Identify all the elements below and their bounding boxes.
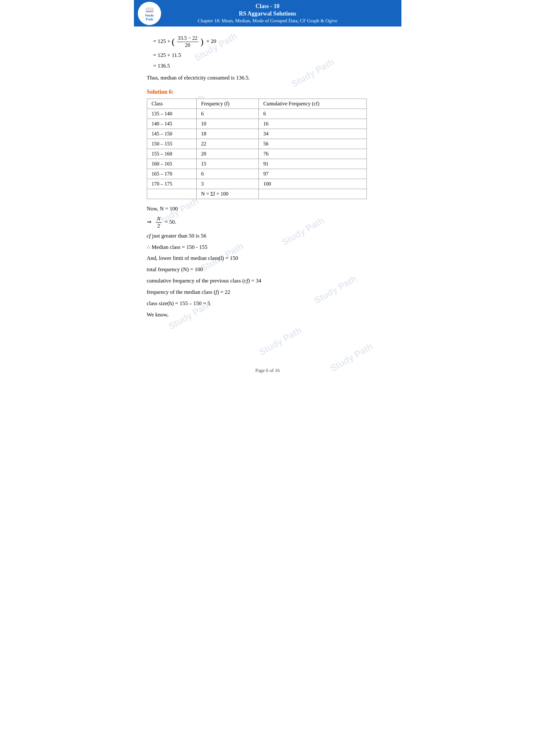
n2-num: N <box>156 216 161 223</box>
logo-study-text: Study <box>145 13 154 17</box>
table-cell-8-2 <box>259 189 366 199</box>
table-cell-5-0: 160 – 165 <box>147 159 196 169</box>
table-row: 150 – 1552256 <box>147 139 366 149</box>
n2-equals-text: = 50. <box>165 219 176 225</box>
table-cell-4-2: 76 <box>259 149 366 159</box>
table-row: 160 – 1651591 <box>147 159 366 169</box>
table-cell-3-1: 22 <box>196 139 259 149</box>
logo-path-text: Path <box>145 17 154 21</box>
arrow-symbol: ⇒ <box>147 219 152 225</box>
table-cell-1-2: 16 <box>259 119 366 129</box>
page-footer: Page 6 of 16 <box>134 368 401 373</box>
table-row: 170 – 1753100 <box>147 179 366 189</box>
header-class: Class - 10 <box>198 3 337 10</box>
header-text: Class - 10 RS Aggarwal Solutions Chapter… <box>198 3 337 24</box>
table-cell-0-0: 135 – 140 <box>147 109 196 119</box>
table-row: 140 – 1451016 <box>147 119 366 129</box>
therefore-symbol: ∴ <box>147 244 151 250</box>
cf-rest: just greater than 50 is 56 <box>152 233 206 239</box>
table-cell-7-2: 100 <box>259 179 366 189</box>
table-cell-1-1: 10 <box>196 119 259 129</box>
header-rs-label: RS Aggarwal Solutions <box>198 10 337 17</box>
table-row: 135 – 14066 <box>147 109 366 119</box>
eq1-text: = 125 + <box>153 38 170 44</box>
equation-line-3: = 136.5 <box>153 62 388 70</box>
table-cell-1-0: 140 – 145 <box>147 119 196 129</box>
header-chapter: Chapter 18: Mean, Median, Mode of Groupe… <box>198 18 337 24</box>
table-row: 155 – 1602076 <box>147 149 366 159</box>
table-cell-7-0: 170 – 175 <box>147 179 196 189</box>
fraction-denominator-1: 20 <box>184 42 191 49</box>
equation-line-2: = 125 + 11.5 <box>153 51 388 60</box>
table-cell-3-0: 150 – 155 <box>147 139 196 149</box>
logo-area: 📖 Study Path <box>136 0 163 26</box>
n2-line: ⇒ N 2 = 50. <box>147 216 388 230</box>
table-cell-8-0 <box>147 189 196 199</box>
fraction-numerator-1: 33.5 − 22 <box>177 35 199 42</box>
median-class-text: Median class = 150 - 155 <box>152 244 207 250</box>
times20-text: × 20 <box>205 38 216 44</box>
page-number: Page 6 of 16 <box>255 368 279 373</box>
table-row: 145 – 1501834 <box>147 129 366 139</box>
page-container: 📖 Study Path Class - 10 RS Aggarwal Solu… <box>134 0 401 378</box>
conclusion-text: Thus, median of electricity consumed is … <box>147 73 388 83</box>
fraction-1: 33.5 − 22 20 <box>177 35 199 49</box>
table-cell-8-1: N = Σf = 100 <box>196 189 259 199</box>
n2-fraction: N 2 <box>156 216 161 230</box>
table-cell-5-2: 91 <box>259 159 366 169</box>
table-cell-2-1: 18 <box>196 129 259 139</box>
we-know-line: We know, <box>147 310 388 320</box>
col-cf-header: Cumulative Frequency (cf) <box>259 99 366 109</box>
table-cell-0-2: 6 <box>259 109 366 119</box>
solution6-heading: Solution 6: <box>147 89 388 95</box>
page-header: 📖 Study Path Class - 10 RS Aggarwal Solu… <box>134 0 401 26</box>
table-header-row: Class Frequency (f) Cumulative Frequency… <box>147 99 366 109</box>
freq-median-line: frequency of the median class (f) = 22 <box>147 288 388 297</box>
cumulative-freq-line: cumulative frequency of the previous cla… <box>147 276 388 286</box>
table-row: N = Σf = 100 <box>147 189 366 199</box>
cf-italic: cf <box>147 233 151 239</box>
table-row: 165 – 170697 <box>147 169 366 179</box>
total-freq-line: total frequency (N) = 100 <box>147 265 388 274</box>
table-cell-2-2: 34 <box>259 129 366 139</box>
open-paren-1: ( <box>172 37 175 47</box>
cf-greater-line: cf just greater than 50 is 56 <box>147 231 388 241</box>
table-cell-2-0: 145 – 150 <box>147 129 196 139</box>
col-freq-header: Frequency (f) <box>196 99 259 109</box>
now-n-line: Now, N = 100 <box>147 204 388 214</box>
col-class-header: Class <box>147 99 196 109</box>
class-size-line: class size(h) = 155 – 150 = 5 <box>147 299 388 308</box>
lower-limit-line: And, lower limit of median class(l) = 15… <box>147 254 388 263</box>
n2-den: 2 <box>156 223 161 230</box>
table-cell-0-1: 6 <box>196 109 259 119</box>
table-cell-4-1: 20 <box>196 149 259 159</box>
table-cell-3-2: 56 <box>259 139 366 149</box>
table-cell-5-1: 15 <box>196 159 259 169</box>
table-cell-4-0: 155 – 160 <box>147 149 196 159</box>
table-cell-6-0: 165 – 170 <box>147 169 196 179</box>
table-cell-6-2: 97 <box>259 169 366 179</box>
table-cell-6-1: 6 <box>196 169 259 179</box>
logo-circle: 📖 Study Path <box>138 2 161 25</box>
logo-icon: 📖 <box>145 6 154 13</box>
close-paren-1: ) <box>201 37 204 47</box>
main-content: = 125 + ( 33.5 − 22 20 ) × 20 = 125 + 11… <box>134 26 401 328</box>
table-cell-7-1: 3 <box>196 179 259 189</box>
median-class-line: ∴ Median class = 150 - 155 <box>147 243 388 252</box>
equation-line-1: = 125 + ( 33.5 − 22 20 ) × 20 <box>153 35 388 49</box>
frequency-table: Class Frequency (f) Cumulative Frequency… <box>147 98 367 199</box>
watermark-11: Study Path <box>257 325 303 358</box>
